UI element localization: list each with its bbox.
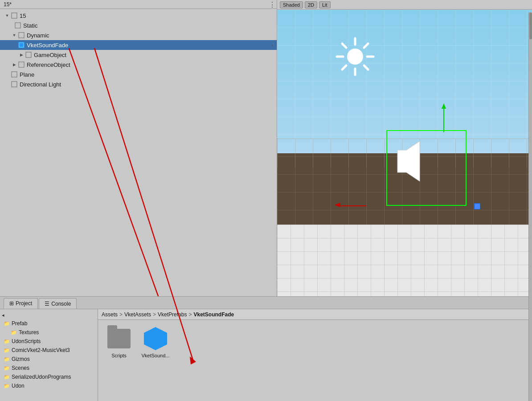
project-item-vketsound[interactable]: VketSound... <box>140 325 171 358</box>
sidebar-item-comicvket2[interactable]: 📁 ComicVket2-MusicVket3 <box>0 346 98 355</box>
sidebar-label-serializedudon: SerializedUdonPrograms <box>12 374 71 380</box>
vketsound-label: VketSound... <box>142 353 170 358</box>
svg-line-19 <box>342 65 346 70</box>
folder-icon-serializedudon: 📁 <box>4 374 10 380</box>
cube-icon-directional-light <box>11 81 18 88</box>
cube-icon-dynamic <box>18 32 25 39</box>
breadcrumb-sep-2: > <box>153 311 156 318</box>
sidebar-label-prefab: Prefab <box>12 320 27 327</box>
hierarchy-panel: 15* ⋮ 15 Static <box>0 0 277 296</box>
svg-point-11 <box>347 49 363 65</box>
folder-icon-udonscripts: 📁 <box>4 339 10 344</box>
breadcrumb-vketsoundfade: VketSoundFade <box>193 311 234 318</box>
sidebar-item-prefab[interactable]: 📁 Prefab <box>0 319 98 328</box>
sidebar-item-udon[interactable]: 📁 Udon <box>0 381 98 390</box>
hierarchy-title: 15* <box>4 1 12 8</box>
sidebar-label-gizmos: Gizmos <box>12 356 30 362</box>
tab-console[interactable]: ☰ Console <box>39 298 77 309</box>
sidebar-item-scenes[interactable]: 📁 Scenes <box>0 364 98 372</box>
folder-icon-textures: 📁 <box>11 330 17 336</box>
scene-3d-object[interactable] <box>364 108 453 197</box>
bottom-tabs: ⊞ Project ☰ Console <box>0 297 532 309</box>
arrow-15 <box>4 12 11 19</box>
scripts-label: Scripts <box>111 353 127 358</box>
breadcrumb-vketprefabs: VketPrefabs <box>158 311 187 318</box>
tree-item-plane[interactable]: Plane <box>0 70 277 79</box>
2d-button[interactable]: 2D <box>305 1 317 8</box>
sun-icon <box>335 37 375 77</box>
shaded-button[interactable]: Shaded <box>280 1 303 8</box>
x-axis-arrow <box>335 203 340 207</box>
tree-item-dynamic[interactable]: Dynamic <box>0 30 277 40</box>
cube-icon-vketsoundfade <box>18 41 25 49</box>
sidebar-label-udon: Udon <box>12 383 25 389</box>
y-axis-arrow <box>442 103 446 109</box>
tree-item-gameobject[interactable]: GameObject <box>0 50 277 60</box>
cube-icon-plane <box>11 71 18 78</box>
svg-rect-2 <box>19 33 24 38</box>
project-item-scripts[interactable]: Scripts <box>103 325 135 358</box>
sidebar-item-textures[interactable]: 📁 Textures <box>0 328 98 337</box>
tree-item-directional-light[interactable]: Directional Light <box>0 79 277 89</box>
svg-rect-0 <box>12 13 17 18</box>
scripts-folder-icon <box>107 329 131 348</box>
label-gameobject: GameObject <box>34 52 66 58</box>
x-axis-handle <box>340 205 366 206</box>
sidebar-label-udonscripts: UdonScripts <box>12 338 41 344</box>
tab-project-label: Project <box>16 300 32 307</box>
tree-item-static[interactable]: Static <box>0 20 277 30</box>
sidebar-label-comicvket2: ComicVket2-MusicVket3 <box>12 347 70 353</box>
scene-view[interactable] <box>277 10 532 296</box>
scripts-thumb <box>106 325 132 352</box>
label-referenceobject: ReferenceObject <box>27 61 70 68</box>
console-tab-icon: ☰ <box>45 301 49 307</box>
sidebar-label-scenes: Scenes <box>12 365 29 371</box>
svg-rect-1 <box>15 23 20 28</box>
project-items-grid: Scripts VketSound... <box>98 320 532 364</box>
tab-project[interactable]: ⊞ Project <box>4 298 38 309</box>
speaker-svg <box>389 135 442 188</box>
bottom-content: ◂ 📁 Prefab 📁 Textures 📁 UdonScripts 📁 Co… <box>0 309 532 401</box>
floor-grid <box>277 225 532 296</box>
svg-rect-6 <box>19 62 24 67</box>
sidebar-item-udonscripts[interactable]: 📁 UdonScripts <box>0 337 98 346</box>
breadcrumb-vketassets: VketAssets <box>124 311 151 318</box>
cube-icon-referenceobject <box>18 61 25 68</box>
y-axis-handle <box>443 108 444 132</box>
breadcrumb-sep-1: > <box>119 311 123 318</box>
chevron-right-icon: › <box>271 42 273 48</box>
bottom-area: ⊞ Project ☰ Console ◂ 📁 Prefab 📁 Texture… <box>0 296 532 401</box>
blue-handle-cube <box>474 203 480 209</box>
more-options-button[interactable]: ⋮ <box>268 0 277 9</box>
folder-icon-gizmos: 📁 <box>4 356 10 362</box>
project-sidebar: ◂ 📁 Prefab 📁 Textures 📁 UdonScripts 📁 Co… <box>0 309 98 401</box>
tree-item-vketsoundfade[interactable]: VketSoundFade › <box>0 40 277 50</box>
label-static: Static <box>23 22 38 29</box>
sidebar-scroll-top: ◂ <box>0 311 98 319</box>
tree-item-15[interactable]: 15 <box>0 11 277 20</box>
svg-line-18 <box>364 44 368 48</box>
label-directional-light: Directional Light <box>20 81 61 88</box>
label-vketsoundfade: VketSoundFade <box>27 42 68 49</box>
breadcrumb-bar: Assets > VketAssets > VketPrefabs > Vket… <box>98 309 532 320</box>
svg-rect-5 <box>26 52 31 57</box>
svg-line-17 <box>364 65 368 70</box>
sidebar-label-textures: Textures <box>19 329 39 336</box>
tab-console-label: Console <box>51 301 71 307</box>
tree-item-referenceobject[interactable]: ReferenceObject <box>0 60 277 70</box>
scene-panel: Shaded 2D Lit <box>277 0 532 296</box>
breadcrumb-sep-3: > <box>188 311 192 318</box>
arrow-gameobject <box>18 51 25 58</box>
svg-line-16 <box>342 44 346 48</box>
sidebar-item-gizmos[interactable]: 📁 Gizmos <box>0 355 98 364</box>
sidebar-item-serializedudon[interactable]: 📁 SerializedUdonPrograms <box>0 372 98 381</box>
svg-rect-8 <box>12 82 17 87</box>
cube-icon-static <box>14 22 21 29</box>
arrow-referenceobject <box>11 61 18 68</box>
svg-marker-20 <box>397 141 420 181</box>
label-plane: Plane <box>20 71 34 78</box>
lit-button[interactable]: Lit <box>319 1 331 8</box>
breadcrumb-assets: Assets <box>102 311 118 318</box>
hierarchy-header: 15* ⋮ <box>0 0 277 9</box>
sun-svg <box>335 37 375 77</box>
